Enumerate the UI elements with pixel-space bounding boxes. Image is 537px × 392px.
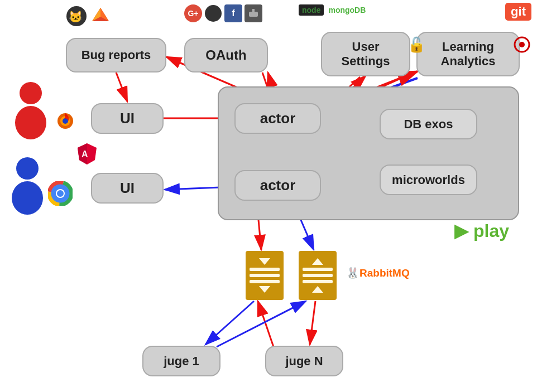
svg-rect-38: [252, 9, 255, 12]
svg-line-23: [205, 301, 254, 345]
node-jugeN: juge N: [265, 346, 343, 376]
queue-line-6: [303, 280, 333, 283]
svg-point-52: [57, 190, 64, 197]
ui-top-label: UI: [120, 110, 135, 127]
svg-line-24: [217, 301, 306, 347]
node-ui-bottom: UI: [91, 173, 164, 204]
svg-text:A: A: [81, 149, 88, 159]
learning-analytics-label: Learning Analytics: [441, 40, 496, 69]
svg-rect-37: [249, 12, 258, 17]
github-icon: 🐱: [66, 6, 87, 27]
queue-line-1: [250, 268, 280, 271]
google-plus-icon: G+: [184, 4, 202, 22]
svg-line-16: [310, 301, 315, 345]
node-juge1: juge 1: [142, 346, 220, 376]
queue-right: [299, 251, 337, 300]
svg-point-40: [519, 42, 525, 47]
queue-line-2: [250, 274, 280, 277]
node-microworlds: microworlds: [380, 164, 477, 195]
svg-point-28: [15, 106, 46, 139]
svg-line-17: [258, 301, 274, 347]
diagram-container: Bug reports OAuth User Settings Learning…: [0, 0, 537, 392]
db-exos-label: DB exos: [404, 117, 453, 132]
queue-line-5: [303, 274, 333, 277]
game-icon: [244, 4, 262, 22]
node-ui-top: UI: [91, 103, 164, 134]
user-settings-label: User Settings: [342, 40, 390, 69]
github-oauth-icon: [204, 4, 222, 22]
queue-line-4: [303, 268, 333, 271]
openaccess-lock-icon: 🔓: [407, 36, 425, 54]
queue-arrow-down-icon: [259, 258, 270, 265]
microworlds-label: microworlds: [392, 173, 465, 187]
queue-arrow-up-icon-2: [312, 286, 323, 293]
rabbitmq-logo: 🐰RabbitMQ: [346, 267, 410, 279]
bug-reports-label: Bug reports: [81, 48, 151, 62]
person-student: [7, 156, 49, 217]
svg-text:🐱: 🐱: [69, 10, 83, 23]
node-bug-reports: Bug reports: [66, 38, 166, 72]
svg-point-27: [20, 82, 42, 104]
queue-left: [246, 251, 284, 300]
svg-point-36: [205, 5, 222, 22]
queue-arrow-down-icon-2: [259, 286, 270, 293]
chrome-logo: [48, 181, 73, 208]
svg-point-30: [12, 181, 43, 215]
git-logo-area: git: [505, 3, 531, 21]
firefox-logo: [53, 109, 78, 136]
brand-logos-top-left: 🐱: [66, 6, 111, 27]
play-logo: ▶ play: [454, 220, 509, 241]
nodejs-logo: node: [299, 4, 324, 16]
gitlab-icon: [90, 6, 111, 27]
juge1-label: juge 1: [164, 354, 199, 369]
actor-bottom-label: actor: [260, 177, 296, 194]
svg-point-29: [16, 157, 39, 180]
jugeN-label: juge N: [285, 354, 323, 369]
node-oauth: OAuth: [184, 38, 268, 72]
nodejs-mongodb-logos: node mongoDB: [299, 4, 366, 16]
ui-bottom-label: UI: [120, 180, 135, 197]
queue-arrow-up-icon: [312, 258, 323, 265]
node-db-exos: DB exos: [380, 109, 477, 139]
actor-top-label: actor: [260, 110, 296, 127]
node-actor-bottom: actor: [234, 170, 321, 201]
person-teacher: [10, 81, 52, 142]
queue-line-3: [250, 280, 280, 283]
facebook-icon: f: [224, 4, 242, 22]
angular-logo: A: [75, 142, 99, 168]
node-actor-top: actor: [234, 103, 321, 134]
node-learning-analytics: Learning Analytics: [416, 32, 520, 76]
oauth-label: OAuth: [205, 47, 246, 63]
git-logo: git: [505, 3, 531, 21]
svg-line-5: [116, 72, 127, 101]
oauth-brand-logos: G+ f: [184, 4, 262, 22]
mongodb-logo: mongoDB: [328, 6, 366, 14]
openaccess-icon: [514, 36, 530, 57]
node-user-settings: User Settings: [321, 32, 410, 76]
